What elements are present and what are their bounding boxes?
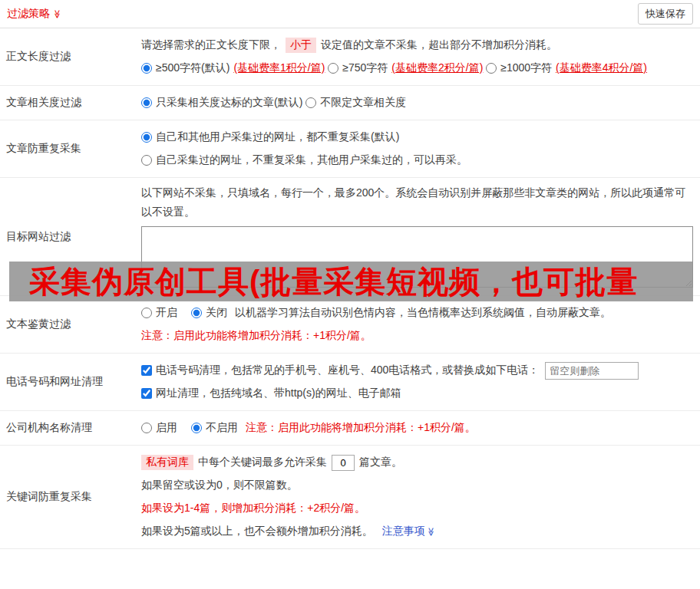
company-option-off[interactable]: 不启用: [191, 421, 238, 435]
topbar: 过滤策略 ≫ 快速保存: [0, 0, 700, 28]
less-than-highlight-tag: 小于: [286, 38, 316, 53]
radio-porn-off[interactable]: [191, 308, 202, 318]
length-option-500-text: ≥500字符(默认): [156, 61, 229, 75]
keyword-count-input[interactable]: [332, 455, 355, 471]
url-clean-text: 网址清理，包括纯域名、带http(s)的网址、电子邮箱: [156, 387, 401, 400]
porn-option-on[interactable]: 开启: [141, 306, 177, 320]
keyword-note-five-line: 如果设为5篇或以上，也不会额外增加积分消耗。 注意事项 ≫: [141, 520, 693, 543]
relevance-option-strict-text: 只采集相关度达标的文章(默认): [156, 96, 302, 110]
section-relevance-filter: 文章相关度过滤 只采集相关度达标的文章(默认) 不限定文章相关度: [0, 86, 700, 120]
length-intro-after: 设定值的文章不采集，超出部分不增加积分消耗。: [321, 38, 557, 52]
length-option-750[interactable]: ≥750字符 (基础费率2积分/篇): [328, 57, 483, 80]
url-clean-line: 网址清理，包括纯域名、带http(s)的网址、电子邮箱: [141, 382, 693, 405]
target-site-intro: 以下网站不采集，只填域名，每行一个，最多200个。系统会自动识别并屏蔽那些非文章…: [141, 183, 693, 222]
section-porn-filter: 文本鉴黄过滤 开启 关闭 以机器学习算法自动识别色情内容，当色情概率达到系统阈值…: [0, 296, 700, 354]
radio-dedupe-global[interactable]: [141, 132, 152, 143]
section-keyword-dedupe-label: 关键词防重复采集: [0, 446, 137, 548]
company-option-on-text: 启用: [156, 421, 177, 435]
private-lexicon-tag: 私有词库: [141, 455, 193, 470]
dedupe-option-self-text: 自己采集过的网址，不重复采集，其他用户采集过的，可以再采。: [156, 153, 467, 167]
porn-option-off[interactable]: 关闭: [191, 306, 227, 320]
length-option-1000-fee-note: (基础费率4积分/篇): [556, 61, 647, 75]
radio-length-750[interactable]: [328, 63, 338, 74]
porn-filter-description: 以机器学习算法自动识别色情内容，当色情概率达到系统阈值，自动屏蔽文章。: [235, 306, 611, 320]
phone-clean-option[interactable]: 电话号码清理，包括常见的手机号、座机号、400电话格式，或替换成如下电话：: [141, 364, 539, 377]
section-company-clean-content: 启用 不启用 注意：启用此功能将增加积分消耗：+1积分/篇。: [137, 411, 700, 445]
keyword-limit-suffix: 篇文章。: [359, 456, 402, 469]
length-option-1000-text: ≥1000字符: [500, 61, 552, 75]
section-company-clean: 公司机构名称清理 启用 不启用 注意：启用此功能将增加积分消耗：+1积分/篇。: [0, 411, 700, 446]
keyword-note-five-text: 如果设为5篇或以上，也不会额外增加积分消耗。: [141, 525, 373, 538]
length-intro-before: 请选择需求的正文长度下限，: [141, 38, 281, 52]
page-title[interactable]: 过滤策略 ≫: [7, 7, 62, 21]
company-clean-options-line: 启用 不启用 注意：启用此功能将增加积分消耗：+1积分/篇。: [141, 416, 693, 439]
relevance-option-strict[interactable]: 只采集相关度达标的文章(默认): [141, 91, 302, 114]
phone-clean-text: 电话号码清理，包括常见的手机号、座机号、400电话格式，或替换成如下电话：: [156, 364, 539, 377]
chevron-down-icon: ≫: [427, 527, 435, 536]
section-keyword-dedupe-content: 私有词库 中每个关键词最多允许采集 篇文章。 如果留空或设为0，则不限篇数。 如…: [137, 446, 700, 548]
filter-strategy-page: 过滤策略 ≫ 快速保存 正文长度过滤 请选择需求的正文长度下限， 小于 设定值的…: [0, 0, 700, 589]
chevron-down-icon: ≫: [53, 9, 61, 18]
radio-dedupe-self[interactable]: [141, 155, 152, 166]
section-porn-filter-content: 开启 关闭 以机器学习算法自动识别色情内容，当色情概率达到系统阈值，自动屏蔽文章…: [137, 296, 700, 353]
section-porn-filter-label: 文本鉴黄过滤: [0, 296, 137, 353]
porn-option-on-text: 开启: [156, 306, 177, 320]
company-option-off-text: 不启用: [206, 421, 238, 435]
porn-option-off-text: 关闭: [206, 306, 227, 320]
keyword-limit-text: 中每个关键词最多允许采集: [198, 456, 327, 469]
checkbox-url-clean[interactable]: [141, 388, 152, 399]
dedupe-option-self[interactable]: 自己采集过的网址，不重复采集，其他用户采集过的，可以再采。: [141, 149, 467, 172]
length-option-500[interactable]: ≥500字符(默认) (基础费率1积分/篇): [141, 57, 325, 80]
section-dedupe-content: 自己和其他用户采集过的网址，都不重复采集(默认) 自己采集过的网址，不重复采集，…: [137, 120, 700, 177]
length-intro: 请选择需求的正文长度下限， 小于 设定值的文章不采集，超出部分不增加积分消耗。: [141, 34, 693, 57]
relevance-option-any[interactable]: 不限定文章相关度: [305, 91, 406, 114]
keyword-note-zero: 如果留空或设为0，则不限篇数。: [141, 474, 693, 497]
notes-link[interactable]: 注意事项 ≫: [382, 525, 436, 538]
url-clean-option[interactable]: 网址清理，包括纯域名、带http(s)的网址、电子邮箱: [141, 387, 401, 400]
section-length-content: 请选择需求的正文长度下限， 小于 设定值的文章不采集，超出部分不增加积分消耗。 …: [137, 28, 700, 85]
keyword-limit-line: 私有词库 中每个关键词最多允许采集 篇文章。: [141, 451, 693, 474]
radio-length-500[interactable]: [141, 63, 152, 74]
dedupe-option-global[interactable]: 自己和其他用户采集过的网址，都不重复采集(默认): [141, 126, 399, 149]
dedupe-option-global-text: 自己和其他用户采集过的网址，都不重复采集(默认): [156, 130, 399, 144]
relevance-option-any-text: 不限定文章相关度: [320, 96, 406, 110]
section-dedupe: 文章防重复采集 自己和其他用户采集过的网址，都不重复采集(默认) 自己采集过的网…: [0, 120, 700, 178]
phone-replacement-input[interactable]: [545, 362, 639, 380]
section-relevance-content: 只采集相关度达标的文章(默认) 不限定文章相关度: [137, 86, 700, 120]
section-length-filter: 正文长度过滤 请选择需求的正文长度下限， 小于 设定值的文章不采集，超出部分不增…: [0, 28, 700, 86]
keyword-note-fee: 如果设为1-4篇，则增加积分消耗：+2积分/篇。: [141, 497, 693, 520]
watermark-text: 采集伪原创工具(批量采集短视频，也可批量: [9, 262, 638, 301]
page-title-text: 过滤策略: [7, 7, 50, 21]
length-option-750-text: ≥750字符: [342, 61, 388, 75]
length-option-750-fee-note: (基础费率2积分/篇): [391, 61, 483, 75]
section-phone-url-label: 电话号码和网址清理: [0, 354, 137, 410]
radio-company-off[interactable]: [191, 423, 202, 433]
section-relevance-label: 文章相关度过滤: [0, 86, 137, 120]
section-company-clean-label: 公司机构名称清理: [0, 411, 137, 445]
section-phone-url-clean: 电话号码和网址清理 电话号码清理，包括常见的手机号、座机号、400电话格式，或替…: [0, 354, 700, 411]
porn-filter-options-line: 开启 关闭 以机器学习算法自动识别色情内容，当色情概率达到系统阈值，自动屏蔽文章…: [141, 301, 693, 324]
length-option-500-fee-note: (基础费率1积分/篇): [233, 61, 325, 75]
radio-relevance-any[interactable]: [305, 97, 316, 108]
section-dedupe-label: 文章防重复采集: [0, 120, 137, 177]
length-option-1000[interactable]: ≥1000字符 (基础费率4积分/篇): [486, 57, 647, 80]
radio-relevance-strict[interactable]: [141, 97, 152, 108]
section-length-label: 正文长度过滤: [0, 28, 137, 85]
radio-length-1000[interactable]: [486, 63, 497, 74]
radio-company-on[interactable]: [141, 423, 152, 433]
notes-link-text: 注意事项: [382, 525, 425, 538]
company-option-on[interactable]: 启用: [141, 421, 177, 435]
quick-save-button[interactable]: 快速保存: [638, 3, 693, 25]
radio-porn-on[interactable]: [141, 308, 152, 318]
watermark-banner: 采集伪原创工具(批量采集短视频，也可批量: [9, 262, 693, 301]
section-phone-url-content: 电话号码清理，包括常见的手机号、座机号、400电话格式，或替换成如下电话： 网址…: [137, 354, 700, 410]
company-clean-warning: 注意：启用此功能将增加积分消耗：+1积分/篇。: [246, 421, 476, 435]
phone-clean-line: 电话号码清理，包括常见的手机号、座机号、400电话格式，或替换成如下电话：: [141, 359, 693, 382]
porn-filter-warning: 注意：启用此功能将增加积分消耗：+1积分/篇。: [141, 324, 693, 347]
section-keyword-dedupe: 关键词防重复采集 私有词库 中每个关键词最多允许采集 篇文章。 如果留空或设为0…: [0, 446, 700, 549]
checkbox-phone-clean[interactable]: [141, 365, 152, 376]
